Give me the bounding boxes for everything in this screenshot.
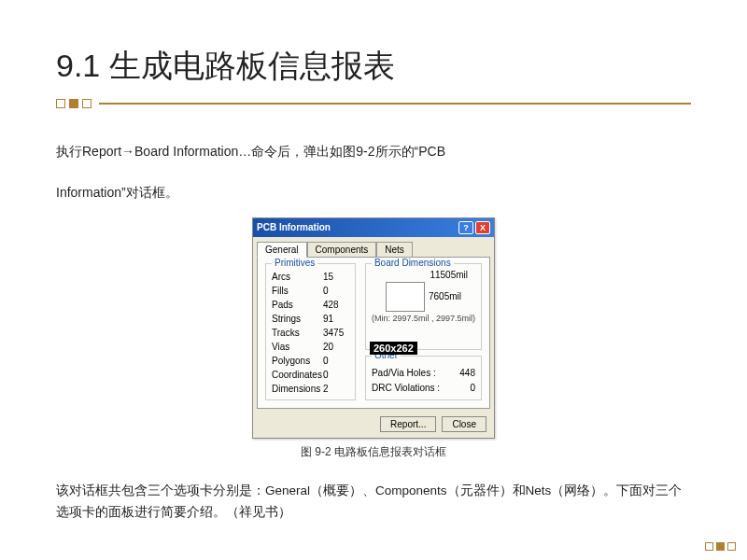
prim-label: Fills	[272, 284, 289, 298]
other-label: DRC Violations :	[372, 381, 440, 396]
group-title-primitives: Primitives	[272, 258, 317, 268]
tab-nets[interactable]: Nets	[376, 242, 413, 258]
corner-decoration	[705, 542, 736, 551]
prim-row: Vias20	[272, 340, 349, 354]
prim-row: Fills0	[272, 284, 349, 298]
prim-row: Polygons0	[272, 354, 349, 368]
prim-val: 15	[323, 270, 349, 284]
text-en: Nets	[526, 483, 552, 497]
dimensions-group: Board Dimensions 11505mil 7605mil (Min: …	[365, 263, 482, 350]
board-outline-icon	[386, 282, 425, 312]
prim-val: 3475	[323, 326, 349, 340]
prim-val: 91	[323, 312, 349, 326]
right-column: Board Dimensions 11505mil 7605mil (Min: …	[365, 263, 482, 400]
other-group: Other Pad/Via Holes :448 DRC Violations …	[365, 356, 482, 400]
footer-paragraph: 该对话框共包含三个选项卡分别是：General（概要）、Components（元…	[56, 481, 691, 524]
prim-label: Strings	[272, 312, 301, 326]
tab-content: 260x262 Primitives Arcs15 Fills0 Pads428…	[257, 257, 490, 409]
prim-row: Pads428	[272, 298, 349, 312]
prim-val: 20	[323, 340, 349, 354]
deco-square	[82, 99, 92, 108]
dim-min: (Min: 2997.5mil , 2997.5mil)	[372, 314, 475, 323]
close-button[interactable]: X	[475, 221, 490, 234]
text: 命令后，弹出如图9-2所示的“	[251, 144, 418, 159]
dialog-title: PCB Information	[257, 222, 331, 232]
title-underline	[56, 99, 691, 108]
text: ”对话框。	[121, 185, 178, 200]
prim-val: 2	[323, 382, 349, 396]
tab-general[interactable]: General	[257, 242, 307, 258]
help-button[interactable]: ?	[458, 221, 473, 234]
text-en: Information	[56, 185, 121, 200]
prim-row: Coordinates0	[272, 368, 349, 382]
prim-label: Arcs	[272, 270, 290, 284]
text: 执行	[56, 144, 82, 159]
text-en: PCB	[418, 144, 445, 159]
deco-square-filled	[716, 542, 725, 551]
titlebar-buttons: ? X	[458, 221, 490, 234]
dim-height: 7605mil	[429, 291, 461, 301]
text-en: General	[265, 483, 310, 497]
dim-inner: 11505mil 7605mil (Min: 2997.5mil , 2997.…	[372, 270, 475, 323]
other-val: 448	[459, 366, 475, 381]
size-badge: 260x262	[370, 342, 417, 355]
dialog-buttons: Report... Close	[253, 413, 494, 438]
text: （元器件）和	[447, 483, 526, 497]
text: （概要）、	[310, 483, 375, 497]
page-title: 9.1 生成电路板信息报表	[56, 45, 691, 88]
prim-label: Dimensions	[272, 382, 320, 396]
report-button[interactable]: Report...	[380, 416, 436, 432]
deco-square-filled	[69, 99, 78, 108]
tab-components[interactable]: Components	[307, 242, 377, 258]
text-en: Components	[375, 483, 447, 497]
prim-label: Polygons	[272, 354, 310, 368]
close-button[interactable]: Close	[442, 416, 486, 432]
prim-val: 0	[323, 354, 349, 368]
other-row: Pad/Via Holes :448	[372, 366, 475, 381]
dialog-titlebar: PCB Information ? X	[253, 218, 494, 237]
deco-square	[56, 99, 65, 108]
dim-width: 11505mil	[430, 270, 468, 280]
primitives-group: Primitives Arcs15 Fills0 Pads428 Strings…	[265, 263, 356, 400]
slide: 9.1 生成电路板信息报表 执行Report→Board Information…	[0, 0, 747, 552]
text: 该对话框共包含三个选项卡分别是：	[56, 483, 265, 497]
other-row: DRC Violations :0	[372, 381, 475, 396]
prim-label: Tracks	[272, 326, 300, 340]
prim-row: Arcs15	[272, 270, 349, 284]
figure: PCB Information ? X General Components N…	[56, 217, 691, 460]
other-val: 0	[470, 381, 475, 396]
figure-caption: 图 9-2 电路板信息报表对话框	[56, 444, 691, 460]
prim-label: Pads	[272, 298, 293, 312]
deco-square	[705, 542, 713, 551]
pcb-info-dialog: PCB Information ? X General Components N…	[252, 217, 495, 439]
prim-row: Dimensions2	[272, 382, 349, 396]
other-label: Pad/Via Holes :	[372, 366, 436, 381]
group-title-dimensions: Board Dimensions	[372, 258, 454, 268]
prim-label: Vias	[272, 340, 289, 354]
prim-row: Strings91	[272, 312, 349, 326]
prim-val: 428	[323, 298, 349, 312]
prim-val: 0	[323, 368, 349, 382]
prim-label: Coordinates	[272, 368, 322, 382]
tab-strip: General Components Nets	[253, 237, 494, 257]
prim-val: 0	[323, 284, 349, 298]
deco-line	[99, 103, 691, 105]
deco-square	[727, 542, 736, 551]
paragraph-2: Information”对话框。	[56, 175, 691, 209]
text-en: Report→Board Information…	[82, 144, 251, 159]
prim-row: Tracks3475	[272, 326, 349, 340]
paragraph-1: 执行Report→Board Information…命令后，弹出如图9-2所示…	[56, 134, 691, 168]
